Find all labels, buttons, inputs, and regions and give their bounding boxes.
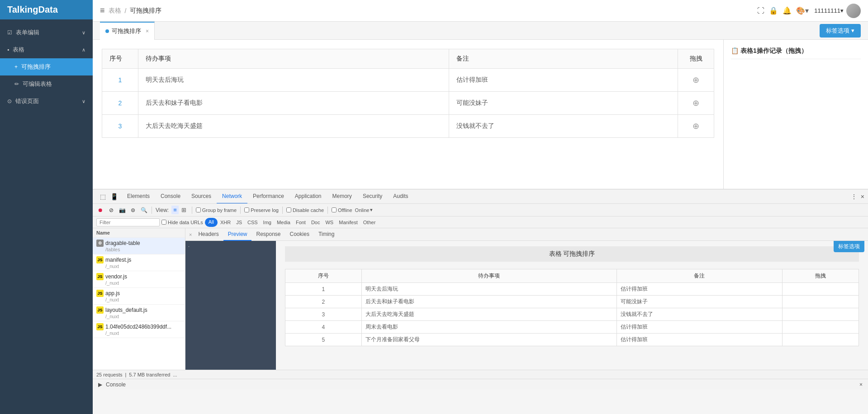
breadcrumb-current: 可拖拽排序: [130, 7, 161, 15]
console-bar: ▶ Console ×: [93, 379, 868, 390]
form-edit-icon: ☑: [7, 29, 12, 36]
console-label[interactable]: Console: [106, 381, 126, 388]
devtools-close-icon[interactable]: ×: [861, 193, 864, 200]
element-selector-icon[interactable]: ⬚: [100, 193, 106, 200]
filter-type-other[interactable]: Other: [360, 216, 379, 228]
preview-tab-timing[interactable]: Timing: [314, 228, 339, 241]
sidebar-item-table[interactable]: ▪ 表格 ∧: [0, 41, 93, 58]
user-id[interactable]: 11111111▾: [814, 7, 844, 14]
list-view-icon[interactable]: ≡: [171, 206, 179, 214]
table-cell-drag[interactable]: ⊕: [678, 115, 714, 138]
requests-count: 25 requests: [96, 372, 122, 377]
preview-tab-headers[interactable]: Headers: [194, 228, 223, 241]
online-dropdown[interactable]: Online ▾: [355, 207, 373, 213]
filter-type-manifest[interactable]: Manifest: [336, 216, 360, 228]
table-cell-note: 估计得加班: [449, 69, 678, 92]
devtools-tab-application[interactable]: Application: [289, 189, 327, 204]
preview-cell-num: 4: [285, 321, 362, 334]
table-cell-drag[interactable]: ⊕: [678, 92, 714, 115]
console-close-icon[interactable]: ×: [859, 381, 863, 388]
tab-draggable-sort[interactable]: 可拖拽排序 ×: [100, 22, 155, 40]
table-cell-drag[interactable]: ⊕: [678, 69, 714, 92]
record-button[interactable]: ⏺: [96, 206, 104, 214]
expand-icon[interactable]: ⛶: [757, 7, 764, 15]
logo: TalkingData: [0, 0, 93, 19]
table-cell-num: 3: [102, 115, 138, 138]
devtools-tab-memory[interactable]: Memory: [327, 189, 357, 204]
file-item-name: JS 1.04fe05dcd2486b399ddf...: [96, 323, 181, 330]
offline-checkbox[interactable]: [332, 207, 337, 212]
devtools-more-icon[interactable]: ⋮: [851, 193, 857, 200]
filter-type-xhr[interactable]: XHR: [218, 216, 233, 228]
preserve-log-label[interactable]: Preserve log: [244, 207, 279, 213]
devtools-tab-security[interactable]: Security: [357, 189, 388, 204]
devtools-filter-bar: Hide data URLs AllXHRJSCSSImgMediaFontDo…: [93, 216, 868, 228]
devtools-tab-console[interactable]: Console: [155, 189, 186, 204]
filter-input[interactable]: [96, 218, 160, 226]
preview-tab-response[interactable]: Response: [251, 228, 285, 241]
filter-type-js[interactable]: JS: [233, 216, 245, 228]
palette-icon[interactable]: 🎨▾: [796, 6, 809, 15]
clear-button[interactable]: ⊘: [107, 206, 115, 214]
chevron-icon-table: ∧: [82, 47, 85, 53]
preview-tag-btn[interactable]: 标签选项: [834, 241, 864, 252]
group-by-frame-checkbox[interactable]: [196, 207, 201, 212]
filter-type-font[interactable]: Font: [293, 216, 308, 228]
chevron-icon: ∨: [82, 30, 85, 36]
filter-type-css[interactable]: CSS: [245, 216, 261, 228]
filter-type-media[interactable]: Media: [274, 216, 293, 228]
bell-icon[interactable]: 🔔: [783, 6, 792, 15]
file-item-1-04fe05dcd2486b399ddf---[interactable]: JS 1.04fe05dcd2486b399ddf... /_nuxt: [93, 321, 185, 338]
sidebar-item-error-page[interactable]: ⊙ 错误页面 ∨: [0, 93, 93, 110]
lock-icon[interactable]: 🔒: [769, 6, 778, 15]
preview-cell-task: 后天去和妹子看电影: [361, 296, 617, 308]
pencil-icon: ✏: [14, 81, 19, 87]
file-item-dragable-table[interactable]: ⚙ dragable-table /tables: [93, 238, 185, 254]
group-by-frame-label[interactable]: Group by frame: [196, 207, 237, 213]
preserve-log-checkbox[interactable]: [244, 207, 249, 212]
table-area: 序号 待办事项 备注 拖拽 1 明天去后海玩 估计得加班 ⊕ 2 后天去和妹子看…: [93, 40, 723, 189]
devtools-tab-performance[interactable]: Performance: [247, 189, 289, 204]
offline-label[interactable]: Offline: [332, 207, 352, 213]
filter-type-all[interactable]: All: [205, 218, 218, 227]
disable-cache-label[interactable]: Disable cache: [286, 207, 324, 213]
chevron-icon-error: ∨: [82, 99, 85, 104]
preview-cell-num: 5: [285, 334, 362, 346]
search-button[interactable]: 🔍: [140, 206, 148, 214]
preview-cell-task: 明天去后海玩: [361, 283, 617, 296]
tree-view-icon[interactable]: ⊞: [180, 206, 188, 214]
sidebar-item-draggable-sort[interactable]: + 可拖拽排序: [0, 58, 93, 75]
filter-type-doc[interactable]: Doc: [308, 216, 323, 228]
filter-type-img[interactable]: Img: [261, 216, 274, 228]
camera-button[interactable]: 📷: [118, 206, 126, 214]
preview-content: · 表格 可拖拽排序 标签选项 序号 待办事项 备注: [185, 241, 868, 370]
hamburger-icon[interactable]: ≡: [100, 6, 105, 15]
tab-dot: [105, 29, 109, 33]
device-toolbar-icon[interactable]: 📱: [110, 193, 118, 200]
devtools-tab-network[interactable]: Network: [217, 189, 247, 204]
sidebar-item-editable-table[interactable]: ✏ 可编辑表格: [0, 75, 93, 93]
devtools-tab-elements[interactable]: Elements: [122, 189, 155, 204]
error-icon: ⊙: [7, 98, 12, 104]
filter-type-ws[interactable]: WS: [323, 216, 336, 228]
preview-close-icon[interactable]: ×: [189, 232, 192, 237]
hide-data-urls-checkbox[interactable]: [161, 220, 166, 225]
tab-close-icon[interactable]: ×: [146, 28, 149, 34]
file-item-manifest-js[interactable]: JS manifest.js /_nuxt: [93, 254, 185, 271]
file-item-vendor-js[interactable]: JS vendor.js /_nuxt: [93, 271, 185, 288]
preview-tab-preview[interactable]: Preview: [223, 228, 252, 241]
devtools-tab-audits[interactable]: Audits: [388, 189, 413, 204]
preview-cell-note: 估计得加班: [617, 283, 782, 296]
filter-button[interactable]: ⊜: [129, 206, 137, 214]
tab-label: 可拖拽排序: [112, 27, 141, 35]
preview-tab-cookies[interactable]: Cookies: [285, 228, 314, 241]
file-item-app-js[interactable]: JS app.js /_nuxt: [93, 288, 185, 305]
file-item-layouts-default-js[interactable]: JS layouts_default.js /_nuxt: [93, 305, 185, 321]
right-panel: 📋 表格1操作记录（拖拽）: [723, 40, 868, 189]
hide-data-urls-label[interactable]: Hide data URLs: [161, 220, 203, 225]
file-item-name: JS vendor.js: [96, 273, 181, 280]
devtools-tab-sources[interactable]: Sources: [186, 189, 217, 204]
sidebar-item-form-edit[interactable]: ☑ 表单编辑 ∨: [0, 24, 93, 41]
disable-cache-checkbox[interactable]: [286, 207, 291, 212]
tag-options-button[interactable]: 标签选项 ▾: [820, 24, 861, 38]
